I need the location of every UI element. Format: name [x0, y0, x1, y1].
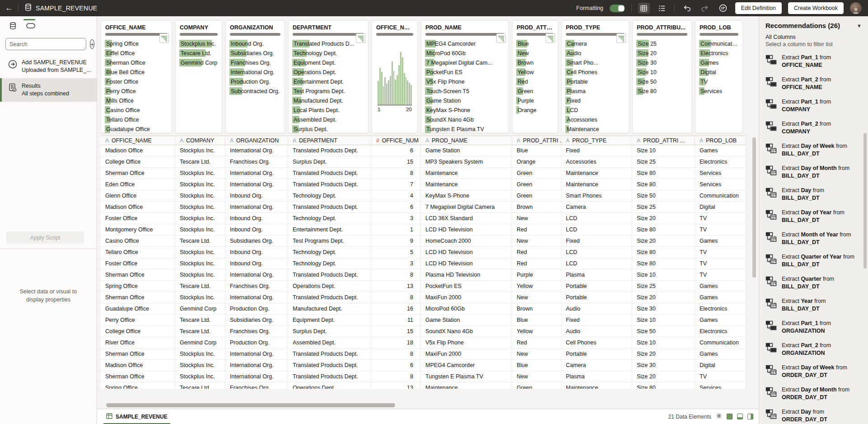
table-cell[interactable]: Foster Office — [101, 213, 175, 224]
table-cell[interactable]: Stockplus Inc. — [175, 224, 225, 235]
table-cell[interactable]: Portable — [561, 292, 632, 303]
card-value[interactable]: Size 25 — [636, 39, 688, 48]
table-cell[interactable]: Camera — [561, 202, 632, 212]
add-circle-icon[interactable]: + — [90, 39, 94, 49]
table-cell[interactable]: Green — [512, 168, 561, 179]
redo-icon[interactable] — [699, 3, 711, 14]
column-header[interactable]: APROD_NAME — [421, 136, 512, 145]
table-cell[interactable]: Size 80 — [632, 258, 695, 269]
recommendation-item[interactable]: Extract Part_2 fromOFFICE_NAME — [765, 76, 863, 91]
card-value[interactable]: Portable — [565, 77, 625, 86]
table-cell[interactable]: International Org. — [225, 349, 288, 359]
profile-card[interactable]: OFFICE_NUMBER120 — [372, 20, 418, 133]
table-cell[interactable]: International Org. — [225, 360, 288, 371]
table-cell[interactable]: Portable — [561, 349, 632, 359]
card-value[interactable]: Guadalupe Office — [105, 124, 168, 133]
sidebar-tab-data[interactable] — [7, 20, 18, 31]
table-cell[interactable]: LCD HD Television — [421, 247, 512, 258]
column-header[interactable]: APROD_ATTRI ... — [512, 136, 561, 145]
table-cell[interactable]: KeyMax S-Phone — [421, 190, 512, 201]
table-cell[interactable]: Red — [512, 247, 561, 258]
table-cell[interactable]: Translated Products Dept. — [288, 179, 372, 190]
card-value[interactable]: Translated Products D... — [292, 39, 364, 48]
card-value[interactable]: Electronics — [699, 48, 739, 58]
table-cell[interactable]: 8 — [372, 349, 421, 359]
back-button[interactable]: ← — [0, 0, 18, 16]
card-scrollbar-handle[interactable] — [180, 33, 218, 36]
table-cell[interactable]: Size 20 — [632, 236, 695, 246]
table-cell[interactable]: Electronics — [695, 326, 746, 337]
card-scrollbar-handle[interactable] — [376, 33, 413, 36]
card-value[interactable]: Tellaro Office — [105, 115, 168, 124]
table-cell[interactable]: Stockplus Inc. — [175, 292, 225, 303]
table-cell[interactable]: Tescare Ltd. — [175, 281, 225, 292]
profile-card[interactable]: PROD_ATTRIBU...BlueNewBrownYellowRedGree… — [512, 20, 558, 133]
profile-card[interactable]: PROD_ATTRIBU...Size 25Size 20Size 30Size… — [632, 20, 692, 133]
table-cell[interactable]: Tescare Ltd. — [175, 156, 225, 167]
column-header[interactable]: ADEPARTMENT — [288, 136, 372, 145]
card-value[interactable]: Assembled Dept. — [292, 115, 364, 124]
table-cell[interactable]: Translated Products Dept. — [288, 145, 372, 156]
quality-tile-half-icon[interactable] — [747, 414, 753, 419]
sidebar-tab-flow[interactable] — [25, 20, 36, 31]
sidebar-item-add-dataset[interactable]: Add SAMPLE_REVENUEUploaded from SAMPLE_.… — [0, 55, 97, 78]
card-scrollbar-handle[interactable] — [293, 33, 364, 36]
table-cell[interactable]: International Org. — [225, 145, 288, 156]
table-cell[interactable]: Blue — [512, 360, 561, 371]
recommendation-item[interactable]: Extract Day of Week fromORDER_DAY_DT — [765, 364, 863, 379]
table-cell[interactable]: Portable — [561, 281, 632, 292]
table-cell[interactable]: HomeCoach 2000 — [421, 236, 512, 246]
table-cell[interactable]: Subsidiaries Org. — [225, 236, 288, 246]
table-cell[interactable]: TV — [695, 224, 746, 235]
card-value[interactable]: Audio — [565, 48, 625, 58]
circle-gauge-icon[interactable] — [717, 3, 729, 14]
table-cell[interactable]: Maintenance — [561, 382, 632, 389]
card-value[interactable]: Production Org. — [229, 77, 281, 86]
table-cell[interactable]: 3 — [372, 258, 421, 269]
table-cell[interactable]: Brown — [512, 303, 561, 314]
table-cell[interactable]: Tescare Ltd. — [175, 326, 225, 337]
table-cell[interactable]: New — [512, 371, 561, 382]
undo-icon[interactable] — [681, 3, 693, 14]
table-cell[interactable]: Maintenance — [421, 179, 512, 190]
table-cell[interactable]: Perry Office — [101, 315, 175, 325]
table-cell[interactable]: TV — [695, 247, 746, 258]
table-cell[interactable]: International Org. — [225, 202, 288, 212]
card-value[interactable]: Perry Office — [105, 86, 168, 96]
table-cell[interactable]: 3 — [372, 213, 421, 224]
table-cell[interactable]: Green — [512, 382, 561, 389]
table-cell[interactable]: Size 30 — [632, 303, 695, 314]
table-cell[interactable]: 18 — [372, 337, 421, 348]
table-cell[interactable]: V5x Flip Phone — [421, 337, 512, 348]
table-cell[interactable]: Size 80 — [632, 179, 695, 190]
table-cell[interactable]: Surplus Dept. — [288, 156, 372, 167]
formatting-toggle[interactable] — [610, 5, 625, 12]
table-cell[interactable]: Inbound Org. — [225, 213, 288, 224]
table-cell[interactable]: Tungsten E Plasma TV — [421, 371, 512, 382]
table-cell[interactable]: Subsidiaries Org. — [225, 315, 288, 325]
chevron-down-icon[interactable]: ▼ — [855, 22, 863, 29]
table-cell[interactable]: 4 — [372, 190, 421, 201]
card-value[interactable]: Smart Pho... — [565, 58, 625, 67]
table-cell[interactable]: Games — [695, 292, 746, 303]
table-cell[interactable]: Foster Office — [101, 258, 175, 269]
table-cell[interactable]: New — [512, 236, 561, 246]
quality-tile-strip-icon[interactable] — [737, 414, 743, 419]
card-value[interactable]: Operations Dept. — [292, 67, 364, 77]
card-value[interactable]: Touch-Screen T5 — [425, 86, 505, 96]
table-cell[interactable]: Games — [695, 349, 746, 359]
card-value[interactable]: TV — [699, 77, 739, 86]
card-value[interactable]: International Org. — [229, 67, 281, 77]
table-cell[interactable]: MicroPod 60Gb — [421, 303, 512, 314]
table-cell[interactable]: Services — [695, 168, 746, 179]
table-cell[interactable]: International Org. — [225, 269, 288, 280]
table-cell[interactable]: Purple — [512, 269, 561, 280]
table-cell[interactable]: 8 — [372, 269, 421, 280]
table-cell[interactable]: 8 — [372, 292, 421, 303]
table-cell[interactable]: Red — [512, 258, 561, 269]
table-cell[interactable]: MaxiFun 2000 — [421, 292, 512, 303]
table-cell[interactable]: Green — [512, 190, 561, 201]
table-cell[interactable]: Stockplus Inc. — [175, 213, 225, 224]
recommendation-item[interactable]: Extract Day of Month fromBILL_DAY_DT — [765, 165, 863, 180]
table-cell[interactable]: Test Programs Dept. — [288, 236, 372, 246]
